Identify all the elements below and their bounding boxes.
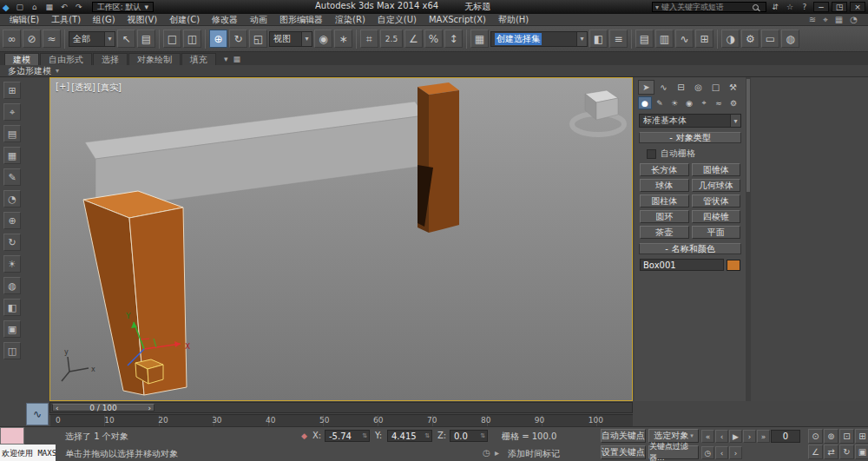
close-button[interactable]: × [850, 2, 865, 12]
tab-modify[interactable]: ∿ [655, 80, 672, 95]
favorites-icon[interactable]: ☆ [784, 2, 796, 12]
menu-tools[interactable]: 工具(T) [45, 14, 87, 25]
workspace-selector[interactable]: 工作区: 默认 ▾ [92, 2, 154, 12]
search-scope-icon[interactable]: ▾ [655, 3, 659, 11]
target-icon[interactable]: ⌖ [3, 103, 21, 121]
named-selection-combo[interactable]: 创建选择集 ▾ [490, 31, 588, 47]
wave-icon[interactable]: ≋ [809, 15, 816, 25]
window-crossing-button[interactable]: ◫ [183, 30, 201, 48]
bind-to-space-warp-button[interactable]: ≈ [43, 30, 61, 48]
graphite-ribbon-toggle-button[interactable]: ▥ [655, 30, 674, 48]
menu-maxscript[interactable]: MAXScript(X) [423, 14, 492, 25]
geosphere-button[interactable]: 几何球体 [692, 179, 741, 192]
spinner-icon[interactable]: ⇅ [424, 432, 430, 439]
percent-snap-button[interactable]: % [424, 30, 443, 48]
tab-motion[interactable]: ◎ [690, 80, 707, 95]
restore-button[interactable]: ◳ [832, 2, 847, 12]
open-file-icon[interactable]: ⌂ [29, 2, 41, 12]
snap-toggle-button[interactable]: 2.5 [380, 30, 403, 48]
y-coordinate-field[interactable]: 4.415 ⇅ [387, 430, 432, 442]
angle-snap-button[interactable]: ∠ [404, 30, 423, 48]
select-object-button[interactable]: ↖ [117, 30, 135, 48]
x-coordinate-field[interactable]: -5.74 ⇅ [325, 430, 370, 442]
space-warps-category-icon[interactable]: ≈ [712, 96, 726, 109]
spinner-icon[interactable]: ⇅ [480, 432, 485, 439]
polygon-modeling-panel[interactable]: 多边形建模 [8, 65, 51, 77]
select-and-scale-button[interactable]: ◱ [249, 30, 267, 48]
play-button[interactable]: ▶ [729, 430, 742, 443]
clock-icon[interactable]: ◔ [3, 190, 21, 207]
list-icon[interactable]: ▤ [3, 125, 21, 142]
next-key-button[interactable]: › [729, 446, 742, 459]
object-name-field[interactable]: Box001 [640, 259, 724, 271]
render-production-button[interactable]: ◍ [781, 30, 799, 48]
torus-button[interactable]: 圆环 [640, 210, 689, 223]
shapes-category-icon[interactable]: ✎ [653, 96, 667, 109]
plus-circle-icon[interactable]: ⊕ [3, 212, 21, 229]
viewport-pov-menu[interactable]: [透视] [71, 82, 95, 94]
perspective-viewport[interactable]: [+] [透视] [真实] [49, 77, 633, 401]
reference-coordinate-combo[interactable]: 视图 ▾ [269, 31, 312, 47]
pyramid-button[interactable]: 四棱锥 [692, 210, 741, 223]
right-post-front-face[interactable] [429, 90, 459, 233]
zoom-extents-all-icon[interactable]: ⊞ [855, 429, 868, 444]
split-square-icon[interactable]: ◫ [3, 342, 21, 359]
key-filters-button[interactable]: 关键点过滤器... [648, 445, 699, 459]
cameras-category-icon[interactable]: ◉ [682, 96, 696, 109]
grid-icon[interactable]: ▦ [835, 15, 843, 25]
helpers-category-icon[interactable]: ⌖ [697, 96, 711, 109]
zoom-all-icon[interactable]: ⊚ [824, 429, 838, 444]
previous-frame-button[interactable]: ‹ [715, 430, 728, 443]
object-color-swatch[interactable] [727, 260, 740, 271]
ribbon-tab-selection[interactable]: 选择 [93, 53, 128, 65]
add-time-tag-button[interactable]: 添加时间标记 [508, 448, 560, 460]
time-configuration-button[interactable]: ◷ [701, 446, 714, 459]
select-by-name-button[interactable]: ▤ [137, 30, 155, 48]
redo-icon[interactable]: ↷ [73, 2, 85, 12]
systems-category-icon[interactable]: ⚙ [727, 96, 740, 109]
ribbon-options-icon[interactable]: ▦ [233, 55, 241, 63]
curve-editor-button[interactable]: ∿ [675, 30, 694, 48]
time-slider-handle[interactable]: ‹ 0 / 100 › [52, 404, 155, 412]
tab-utilities[interactable]: ⚒ [725, 80, 741, 95]
menu-customize[interactable]: 自定义(U) [372, 14, 423, 25]
previous-key-button[interactable]: ‹ [715, 446, 728, 459]
select-and-move-button[interactable]: ⊕ [209, 30, 227, 48]
go-to-end-button[interactable]: » [757, 430, 770, 443]
pencil-icon[interactable]: ✎ [3, 168, 21, 186]
cylinder-button[interactable]: 圆柱体 [640, 194, 689, 207]
select-and-link-button[interactable]: ∞ [3, 30, 21, 48]
field-of-view-icon[interactable]: ∠ [808, 445, 823, 459]
set-key-button[interactable]: 设置关键点 [601, 445, 646, 459]
menu-modifiers[interactable]: 修改器 [206, 14, 244, 25]
lights-category-icon[interactable]: ☀ [667, 96, 681, 109]
minimize-button[interactable]: − [813, 2, 829, 12]
viewport-scene[interactable]: X Y x y [50, 78, 632, 400]
geometry-subset-dropdown[interactable]: 标准基本体 ▾ [639, 114, 741, 128]
align-button[interactable]: ≡ [609, 30, 628, 48]
save-file-icon[interactable]: ▦ [43, 2, 56, 12]
ribbon-tab-object-paint[interactable]: 对象绘制 [128, 53, 181, 65]
teapot-button[interactable]: 茶壶 [640, 226, 689, 239]
viewport-general-menu[interactable]: [+] [56, 82, 69, 94]
grid-icon[interactable]: ▦ [3, 147, 21, 164]
tab-display[interactable]: □ [707, 80, 724, 95]
previous-frame-arrow[interactable]: ‹ [56, 404, 59, 412]
spinner-snap-button[interactable]: ↕ [444, 30, 463, 48]
lock-selection-icon[interactable]: ◆ [301, 431, 307, 440]
rectangular-selection-region-button[interactable]: □ [163, 30, 181, 48]
material-editor-button[interactable]: ◑ [721, 30, 740, 48]
rendered-frame-window-button[interactable]: ▭ [761, 30, 779, 48]
search-icon[interactable] [753, 4, 759, 10]
menu-help[interactable]: 帮助(H) [492, 14, 535, 25]
select-and-manipulate-button[interactable]: ∗ [334, 30, 352, 48]
sun-icon[interactable]: ☀ [3, 255, 21, 273]
schematic-view-button[interactable]: ⊞ [695, 30, 713, 48]
maxscript-listener-pane[interactable]: 欢迎使用 MAXScr [0, 445, 56, 461]
search-input[interactable] [661, 3, 750, 11]
name-color-rollout-header[interactable]: - 名称和颜色 [639, 243, 741, 254]
help-icon[interactable]: ? [799, 2, 811, 12]
ribbon-tab-populate[interactable]: 填充 [181, 53, 216, 65]
new-scene-icon[interactable]: ▢ [14, 2, 26, 12]
auto-key-button[interactable]: 自动关键点 [601, 429, 646, 443]
